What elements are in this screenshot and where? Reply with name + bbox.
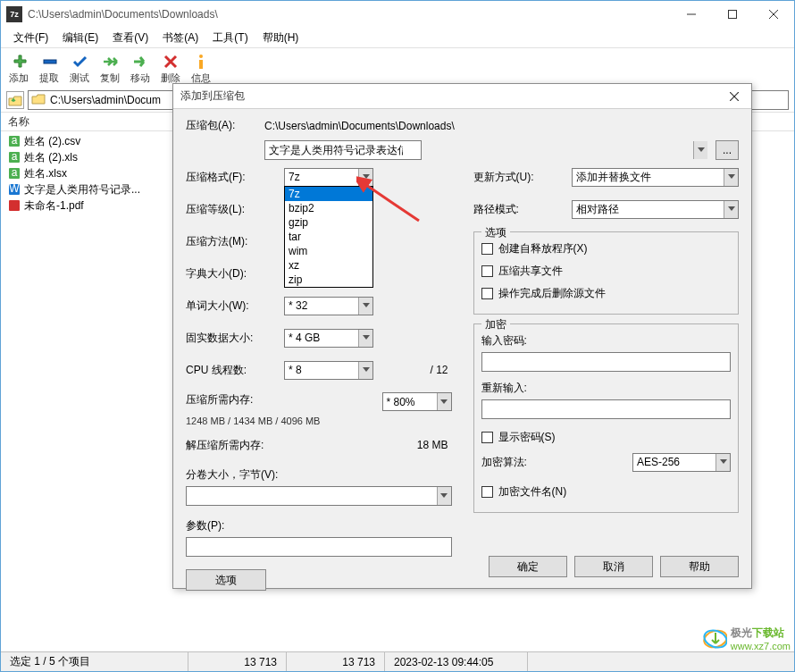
format-select[interactable]: 7z (284, 168, 373, 187)
check-icon (70, 53, 89, 71)
doc-icon: W (8, 183, 21, 196)
format-option-bzip2[interactable]: bzip2 (285, 201, 372, 215)
pathmode-select[interactable]: 相对路径 (572, 200, 740, 219)
close-button[interactable] (753, 1, 794, 28)
shared-label: 压缩共享文件 (498, 264, 563, 279)
sfx-label: 创建自释放程序(X) (498, 241, 588, 256)
toolbar-delete[interactable]: 删除 (156, 51, 185, 87)
chevron-down-icon (358, 298, 372, 315)
sfx-checkbox[interactable] (481, 243, 493, 255)
encnames-checkbox[interactable] (481, 486, 493, 498)
arrow-right-icon (130, 53, 150, 71)
format-option-wim[interactable]: wim (285, 244, 372, 258)
chevron-down-icon (724, 201, 738, 218)
dialog-close-button[interactable] (723, 86, 746, 107)
params-label: 参数(P): (186, 518, 452, 533)
update-select[interactable]: 添加并替换文件 (572, 168, 740, 187)
watermark-url: www.xz7.com (731, 641, 791, 651)
folder-icon (31, 93, 46, 107)
chevron-down-icon (437, 393, 451, 410)
toolbar-copy[interactable]: 复制 (96, 51, 124, 87)
browse-button[interactable]: ... (716, 140, 739, 160)
pathmode-label: 路径模式: (473, 202, 572, 217)
algo-select[interactable]: AES-256 (632, 453, 731, 472)
mem-info: 1248 MB / 1434 MB / 4096 MB (186, 416, 452, 426)
menu-tools[interactable]: 工具(T) (205, 29, 255, 47)
delete-after-checkbox[interactable] (481, 288, 493, 299)
left-column: 压缩格式(F): 7z 7z bzip2 gzip tar (186, 167, 452, 591)
watermark-logo-icon (702, 626, 727, 651)
format-option-zip[interactable]: zip (285, 273, 372, 287)
menubar: 文件(F) 编辑(E) 查看(V) 书签(A) 工具(T) 帮助(H) (1, 28, 794, 47)
archive-path: C:\Users\admin\Documents\Downloads\ (264, 120, 455, 132)
up-folder-button[interactable] (6, 91, 24, 109)
format-option-xz[interactable]: xz (285, 258, 372, 273)
archive-label: 压缩包(A): (186, 118, 264, 133)
params-input[interactable] (186, 537, 452, 557)
archive-dropdown-arrow[interactable] (693, 141, 707, 159)
word-label: 单词大小(W): (186, 298, 284, 314)
svg-text:a: a (12, 151, 18, 163)
add-to-archive-dialog: 添加到压缩包 压缩包(A): C:\Users\admin\Documents\… (172, 83, 752, 589)
status-datetime: 2023-02-13 09:44:05 (385, 652, 528, 671)
mem-percent-select[interactable]: * 80% (382, 392, 452, 411)
toolbar-info[interactable]: 信息 (187, 51, 215, 87)
status-bar: 选定 1 / 5 个项目 13 713 13 713 2023-02-13 09… (1, 651, 794, 671)
password-input[interactable] (481, 352, 732, 372)
level-label: 压缩等级(L): (186, 202, 284, 217)
window-title: C:\Users\admin\Documents\Downloads\ (28, 8, 671, 21)
csv-icon: a (8, 135, 21, 147)
chevron-down-icon (358, 330, 372, 347)
toolbar-extract[interactable]: 提取 (35, 51, 63, 87)
pdf-icon (8, 199, 21, 212)
toolbar-test[interactable]: 测试 (65, 51, 94, 87)
menu-bookmarks[interactable]: 书签(A) (155, 29, 205, 47)
showpwd-checkbox[interactable] (481, 432, 493, 443)
split-input[interactable] (186, 486, 452, 506)
format-option-gzip[interactable]: gzip (285, 215, 372, 230)
word-select[interactable]: * 32 (284, 297, 373, 315)
dialog-title: 添加到压缩包 (179, 88, 723, 104)
method-label: 压缩方法(M): (186, 234, 284, 249)
menu-view[interactable]: 查看(V) (105, 29, 155, 47)
solid-select[interactable]: * 4 GB (284, 329, 373, 348)
pwd2-label: 重新输入: (481, 381, 732, 396)
encrypt-legend: 加密 (481, 317, 510, 332)
encnames-label: 加密文件名(N) (498, 484, 567, 500)
menu-help[interactable]: 帮助(H) (255, 29, 306, 47)
encrypt-fieldset: 加密 输入密码: 重新输入: 显示密码(S) 加密算法: (473, 323, 740, 513)
menu-file[interactable]: 文件(F) (6, 29, 55, 47)
cpu-label: CPU 线程数: (186, 363, 284, 378)
options-legend: 选项 (481, 225, 510, 240)
dialog-titlebar[interactable]: 添加到压缩包 (173, 84, 751, 109)
toolbar-add[interactable]: 添加 (4, 51, 33, 87)
password-confirm-input[interactable] (481, 399, 732, 419)
plus-icon (9, 53, 29, 71)
file-name: 文字是人类用符号记录... (24, 182, 140, 197)
status-size1: 13 713 (188, 652, 287, 671)
format-option-7z[interactable]: 7z (285, 187, 372, 201)
titlebar: 7z C:\Users\admin\Documents\Downloads\ (1, 1, 794, 28)
cancel-button[interactable]: 取消 (574, 556, 653, 577)
cpu-select[interactable]: * 8 (284, 361, 373, 380)
status-selection: 选定 1 / 5 个项目 (1, 652, 188, 671)
watermark: 极光下载站 www.xz7.com (702, 625, 791, 651)
chevron-down-icon (724, 169, 738, 186)
format-option-tar[interactable]: tar (285, 230, 372, 244)
menu-edit[interactable]: 编辑(E) (55, 29, 105, 47)
svg-rect-4 (44, 60, 56, 63)
chevron-down-icon (358, 362, 372, 379)
ok-button[interactable]: 确定 (489, 556, 567, 577)
xls-icon: a (8, 151, 21, 164)
right-column: 更新方式(U): 添加并替换文件 路径模式: 相对路径 (473, 167, 740, 591)
archive-name-input[interactable] (264, 140, 422, 160)
toolbar-move[interactable]: 移动 (126, 51, 155, 87)
options-button[interactable]: 选项 (186, 569, 266, 591)
maximize-button[interactable] (712, 1, 753, 28)
shared-checkbox[interactable] (481, 265, 493, 277)
minimize-button[interactable] (671, 1, 712, 28)
file-name: 姓名 (2).xls (24, 150, 78, 165)
help-button[interactable]: 帮助 (660, 556, 739, 577)
chevron-down-icon (437, 487, 451, 505)
svg-text:W: W (9, 183, 20, 195)
